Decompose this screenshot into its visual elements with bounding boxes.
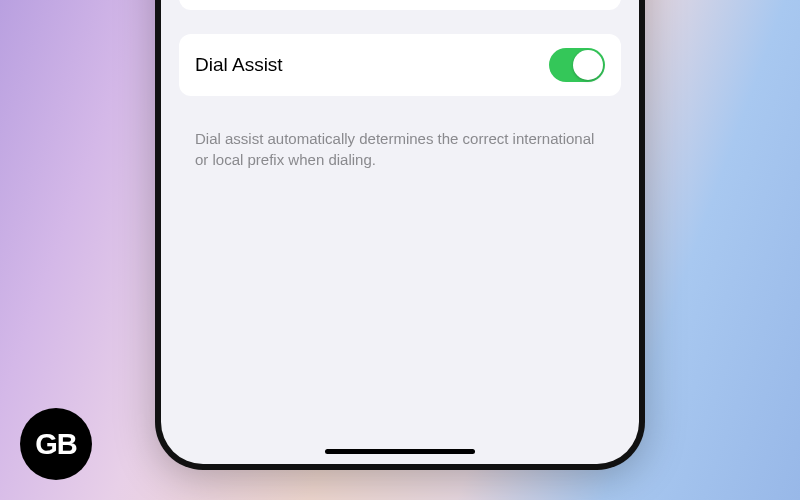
row-label: Dial Assist — [195, 54, 283, 76]
row-sms-call-reporting[interactable]: SMS/Call Reporting — [179, 0, 621, 10]
phone-frame: Call Blocking & Identification Blocked C… — [155, 0, 645, 470]
dial-assist-description: Dial assist automatically determines the… — [179, 120, 621, 170]
dial-assist-toggle[interactable] — [549, 48, 605, 82]
brand-badge: GB — [20, 408, 92, 480]
row-dial-assist: Dial Assist — [179, 34, 621, 96]
home-indicator[interactable] — [325, 449, 475, 454]
brand-badge-text: GB — [35, 428, 77, 461]
settings-group-calls: Call Blocking & Identification Blocked C… — [179, 0, 621, 10]
phone-screen: Call Blocking & Identification Blocked C… — [161, 0, 639, 464]
settings-group-dial-assist: Dial Assist — [179, 34, 621, 96]
settings-content: Call Blocking & Identification Blocked C… — [161, 0, 639, 170]
toggle-knob — [573, 50, 603, 80]
